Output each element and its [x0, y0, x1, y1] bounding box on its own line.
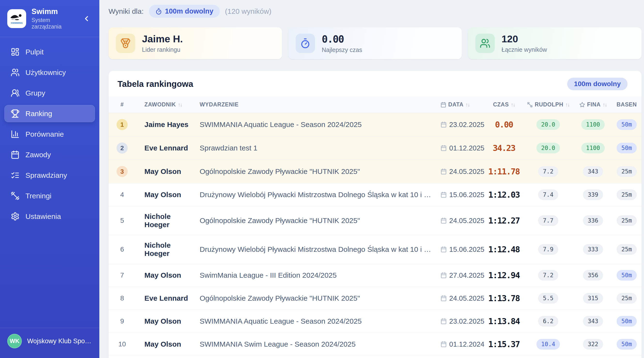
calendar-icon: [440, 295, 447, 301]
results-for-label: Wyniki dla:: [108, 7, 144, 15]
calendar-icon: [440, 272, 447, 278]
table-card-header: Tabela rankingowa 100m dowolny: [108, 71, 642, 97]
sidebar-item-label: Pulpit: [26, 48, 44, 56]
column-header-zawodnik[interactable]: ZAWODNIK↑↓: [136, 97, 196, 113]
sidebar-item-label: Sprawdziany: [26, 171, 67, 179]
rank-number: 9: [120, 317, 124, 325]
stat-card-blue: 0.00 Najlepszy czas: [288, 27, 462, 59]
rank-number: 6: [120, 245, 124, 253]
calendar-icon: [440, 102, 446, 108]
column-label: WYDARZENIE: [200, 101, 239, 108]
swimmer-name: May Olson: [136, 333, 196, 356]
event-name: Ogólnopolskie Zawody Pływackie "HUTNIK 2…: [196, 206, 434, 235]
column-header-fina[interactable]: FINA↑↓: [574, 97, 612, 113]
event-name: Ogólnopolskie Zawody Pływackie "HUTNIK 2…: [196, 160, 434, 183]
sort-icon: ↑↓: [178, 102, 182, 108]
dashboard-icon: [11, 47, 20, 56]
table-row[interactable]: 10May OlsonSWIMMANIA Swim League - Seaso…: [108, 333, 642, 356]
sidebar-item-u-ytkownicy[interactable]: Użytkownicy: [4, 64, 95, 81]
calendar-icon: [440, 341, 447, 347]
result-time: 0.00: [486, 113, 522, 136]
fina-points-badge: 343: [583, 316, 603, 327]
fina-points-badge: 343: [583, 166, 603, 177]
pool-length-badge: 50m: [616, 119, 637, 130]
result-date: 23.02.2025: [434, 310, 486, 333]
stat-icon-box: [296, 34, 315, 53]
sidebar-user[interactable]: WK Wojskowy Klub Sportowy ...: [0, 328, 99, 358]
swimmer-name: Eve Lennard: [136, 287, 196, 310]
result-time: 1:13.78: [486, 287, 522, 310]
table-row[interactable]: 2Eve LennardSprawdzian test 101.12.20253…: [108, 136, 642, 160]
sidebar-nav: PulpitUżytkownicyGrupyRankingPorównanieZ…: [0, 37, 99, 328]
swimmer-name: Nichole Hoeger: [136, 235, 196, 264]
sidebar-item-treningi[interactable]: Treningi: [4, 187, 95, 204]
sidebar-collapse-button[interactable]: [81, 13, 92, 24]
column-label: BASEN: [616, 101, 637, 108]
event-name: SWIMMANIA Swim League - Season 2024/2025: [196, 333, 434, 356]
trophy-icon: [11, 109, 20, 118]
column-header-basen: BASEN: [612, 97, 642, 113]
pool-length-badge: 50m: [616, 143, 637, 153]
swimmer-name: May Olson: [136, 264, 196, 287]
event-name: Drużynowy Wielobój Pływacki Mistrzostwa …: [196, 235, 434, 264]
fina-points-badge: 1100: [581, 143, 605, 153]
pool-length-badge: 25m: [616, 293, 637, 304]
column-label: CZAS: [493, 101, 509, 108]
table-row[interactable]: 3May OlsonOgólnopolskie Zawody Pływackie…: [108, 160, 642, 183]
pool-length-badge: 25m: [616, 189, 637, 200]
result-time: 1:15.37: [486, 333, 522, 356]
result-date: 24.05.2025: [434, 160, 486, 183]
sidebar-item-ustawienia[interactable]: Ustawienia: [4, 208, 95, 225]
table-row[interactable]: 1Jaime HayesSWIMMANIA Aquatic League - S…: [108, 113, 642, 136]
chevron-left-icon: [82, 14, 90, 23]
result-time: 34.23: [486, 136, 522, 160]
table-row[interactable]: 6Nichole HoegerDrużynowy Wielobój Pływac…: [108, 235, 642, 264]
calendar-icon: [440, 318, 447, 324]
sidebar-item-label: Ustawienia: [26, 212, 61, 221]
stopwatch-icon: [155, 8, 162, 15]
table-row[interactable]: 5Nichole HoegerOgólnopolskie Zawody Pływ…: [108, 206, 642, 235]
pool-length-badge: 25m: [616, 166, 637, 177]
calendar-icon: [440, 217, 447, 224]
column-header-rudolph[interactable]: RUDOLPH↑↓: [522, 97, 574, 113]
column-header-czas[interactable]: CZAS↑↓: [486, 97, 522, 113]
table-row[interactable]: 11Eve LennardSwimMania League - III Edit…: [108, 356, 642, 358]
dumbbell-icon: [527, 102, 533, 108]
stat-card-green: 120 Łącznie wyników: [468, 27, 642, 59]
sidebar: SWIMMING Swimm System zarządzania Pulpit…: [0, 0, 99, 358]
sidebar-item-grupy[interactable]: Grupy: [4, 84, 95, 102]
table-row[interactable]: 4May OlsonDrużynowy Wielobój Pływacki Mi…: [108, 183, 642, 206]
column-label: FINA: [587, 101, 601, 108]
swimmer-name: May Olson: [136, 183, 196, 206]
ranking-table-card: Tabela rankingowa 100m dowolny #ZAWODNIK…: [108, 71, 642, 358]
app-subtitle: System zarządzania: [32, 17, 76, 30]
column-header-data[interactable]: DATA↑↓: [434, 97, 486, 113]
result-date: 23.02.2025: [434, 113, 486, 136]
sidebar-item-ranking[interactable]: Ranking: [4, 105, 95, 122]
result-date: 15.06.2025: [434, 183, 486, 206]
sidebar-item-label: Porównanie: [26, 130, 64, 138]
group-icon: [11, 89, 20, 97]
result-date: 27.04.2025: [434, 356, 486, 358]
users-icon: [11, 68, 20, 77]
result-time: 1:12.27: [486, 206, 522, 235]
event-badge[interactable]: 100m dowolny: [567, 78, 628, 90]
swimmer-logo-icon: SWIMMING: [9, 11, 24, 26]
table-row[interactable]: 9May OlsonSWIMMANIA Aquatic League - Sea…: [108, 310, 642, 333]
sidebar-item-por-wnanie[interactable]: Porównanie: [4, 126, 95, 143]
app-title: Swimm: [32, 7, 76, 16]
event-filter-chip[interactable]: 100m dowolny: [149, 5, 220, 18]
sidebar-item-pulpit[interactable]: Pulpit: [4, 43, 95, 60]
calendar-icon: [440, 168, 447, 175]
sidebar-item-zawody[interactable]: Zawody: [4, 146, 95, 163]
table-row[interactable]: 8Eve LennardOgólnopolskie Zawody Pływack…: [108, 287, 642, 310]
column-header-wydarzenie: WYDARZENIE: [196, 97, 434, 113]
table-row[interactable]: 7May OlsonSwimMania League - III Edition…: [108, 264, 642, 287]
rank-number: 5: [120, 217, 124, 224]
chart-icon: [11, 130, 20, 139]
event-name: SwimMania League - III Edition 2024/2025: [196, 264, 434, 287]
sidebar-item-label: Grupy: [26, 89, 45, 97]
sidebar-item-sprawdziany[interactable]: Sprawdziany: [4, 167, 95, 184]
fina-points-badge: 339: [583, 189, 603, 200]
fina-points-badge: 1100: [581, 119, 605, 130]
